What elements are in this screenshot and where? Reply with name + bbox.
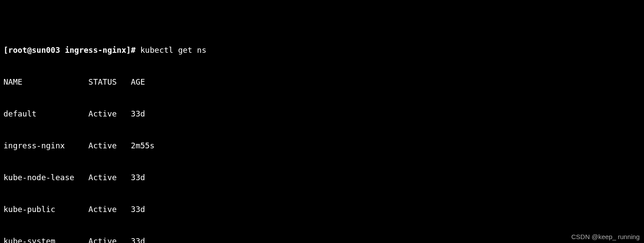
table-row: kube-system Active 33d [3,236,641,243]
shell-prompt: [root@sun003 ingress-nginx]# [3,45,140,55]
terminal-screen[interactable]: [root@sun003 ingress-nginx]# kubectl get… [0,0,644,243]
table-header: NAME STATUS AGE [3,77,641,87]
table-row: ingress-nginx Active 2m55s [3,140,641,151]
watermark: CSDN @keep_ running [571,233,640,241]
table-row: kube-public Active 33d [3,204,641,215]
table-row: default Active 33d [3,109,641,119]
table-row: kube-node-lease Active 33d [3,172,641,183]
command-text: kubectl get ns [140,45,206,55]
